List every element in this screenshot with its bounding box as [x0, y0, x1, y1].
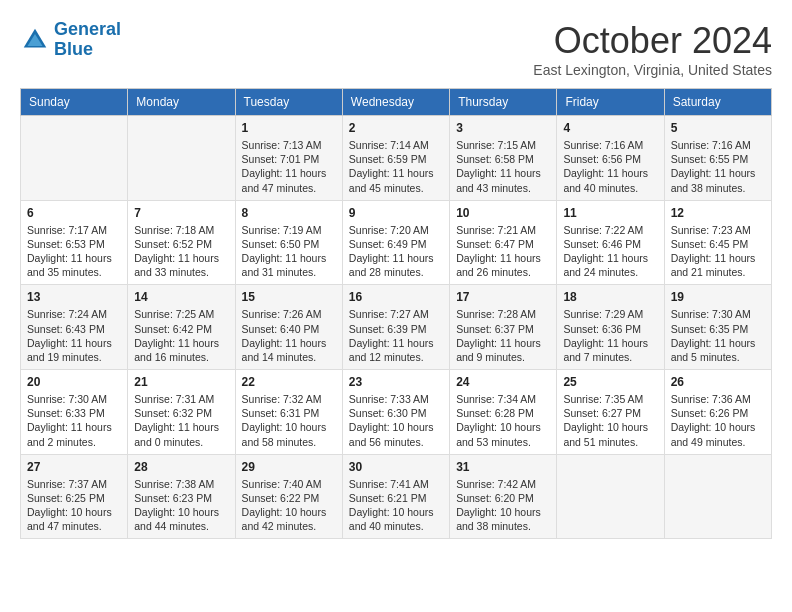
calendar-cell: 31Sunrise: 7:42 AM Sunset: 6:20 PM Dayli…: [450, 454, 557, 539]
day-number: 16: [349, 290, 443, 304]
day-number: 29: [242, 460, 336, 474]
calendar-cell: 17Sunrise: 7:28 AM Sunset: 6:37 PM Dayli…: [450, 285, 557, 370]
day-header-saturday: Saturday: [664, 89, 771, 116]
title-area: October 2024 East Lexington, Virginia, U…: [533, 20, 772, 78]
day-info: Sunrise: 7:42 AM Sunset: 6:20 PM Dayligh…: [456, 477, 550, 534]
calendar-cell: 19Sunrise: 7:30 AM Sunset: 6:35 PM Dayli…: [664, 285, 771, 370]
day-info: Sunrise: 7:31 AM Sunset: 6:32 PM Dayligh…: [134, 392, 228, 449]
day-number: 25: [563, 375, 657, 389]
calendar-cell: [664, 454, 771, 539]
calendar-cell: 25Sunrise: 7:35 AM Sunset: 6:27 PM Dayli…: [557, 370, 664, 455]
day-info: Sunrise: 7:37 AM Sunset: 6:25 PM Dayligh…: [27, 477, 121, 534]
calendar-cell: 23Sunrise: 7:33 AM Sunset: 6:30 PM Dayli…: [342, 370, 449, 455]
day-info: Sunrise: 7:30 AM Sunset: 6:35 PM Dayligh…: [671, 307, 765, 364]
calendar-cell: 6Sunrise: 7:17 AM Sunset: 6:53 PM Daylig…: [21, 200, 128, 285]
calendar-cell: [21, 116, 128, 201]
calendar-cell: 5Sunrise: 7:16 AM Sunset: 6:55 PM Daylig…: [664, 116, 771, 201]
calendar-cell: 10Sunrise: 7:21 AM Sunset: 6:47 PM Dayli…: [450, 200, 557, 285]
calendar-cell: 26Sunrise: 7:36 AM Sunset: 6:26 PM Dayli…: [664, 370, 771, 455]
day-info: Sunrise: 7:19 AM Sunset: 6:50 PM Dayligh…: [242, 223, 336, 280]
day-number: 27: [27, 460, 121, 474]
day-number: 17: [456, 290, 550, 304]
day-number: 15: [242, 290, 336, 304]
calendar-cell: 15Sunrise: 7:26 AM Sunset: 6:40 PM Dayli…: [235, 285, 342, 370]
calendar-cell: [128, 116, 235, 201]
calendar-cell: 3Sunrise: 7:15 AM Sunset: 6:58 PM Daylig…: [450, 116, 557, 201]
calendar-cell: 28Sunrise: 7:38 AM Sunset: 6:23 PM Dayli…: [128, 454, 235, 539]
day-info: Sunrise: 7:41 AM Sunset: 6:21 PM Dayligh…: [349, 477, 443, 534]
logo-text: General Blue: [54, 20, 121, 60]
calendar-cell: 16Sunrise: 7:27 AM Sunset: 6:39 PM Dayli…: [342, 285, 449, 370]
calendar-cell: 7Sunrise: 7:18 AM Sunset: 6:52 PM Daylig…: [128, 200, 235, 285]
day-number: 22: [242, 375, 336, 389]
day-info: Sunrise: 7:21 AM Sunset: 6:47 PM Dayligh…: [456, 223, 550, 280]
day-number: 14: [134, 290, 228, 304]
day-number: 6: [27, 206, 121, 220]
day-number: 23: [349, 375, 443, 389]
day-number: 28: [134, 460, 228, 474]
day-number: 3: [456, 121, 550, 135]
calendar-cell: 24Sunrise: 7:34 AM Sunset: 6:28 PM Dayli…: [450, 370, 557, 455]
day-number: 24: [456, 375, 550, 389]
day-number: 4: [563, 121, 657, 135]
calendar-cell: 21Sunrise: 7:31 AM Sunset: 6:32 PM Dayli…: [128, 370, 235, 455]
calendar-cell: 9Sunrise: 7:20 AM Sunset: 6:49 PM Daylig…: [342, 200, 449, 285]
calendar-cell: [557, 454, 664, 539]
week-row-2: 6Sunrise: 7:17 AM Sunset: 6:53 PM Daylig…: [21, 200, 772, 285]
day-info: Sunrise: 7:14 AM Sunset: 6:59 PM Dayligh…: [349, 138, 443, 195]
day-header-tuesday: Tuesday: [235, 89, 342, 116]
day-info: Sunrise: 7:20 AM Sunset: 6:49 PM Dayligh…: [349, 223, 443, 280]
calendar-cell: 1Sunrise: 7:13 AM Sunset: 7:01 PM Daylig…: [235, 116, 342, 201]
day-number: 26: [671, 375, 765, 389]
calendar-table: SundayMondayTuesdayWednesdayThursdayFrid…: [20, 88, 772, 539]
days-header-row: SundayMondayTuesdayWednesdayThursdayFrid…: [21, 89, 772, 116]
day-number: 30: [349, 460, 443, 474]
calendar-cell: 4Sunrise: 7:16 AM Sunset: 6:56 PM Daylig…: [557, 116, 664, 201]
calendar-cell: 20Sunrise: 7:30 AM Sunset: 6:33 PM Dayli…: [21, 370, 128, 455]
calendar-cell: 12Sunrise: 7:23 AM Sunset: 6:45 PM Dayli…: [664, 200, 771, 285]
page-header: General Blue October 2024 East Lexington…: [20, 20, 772, 78]
day-info: Sunrise: 7:15 AM Sunset: 6:58 PM Dayligh…: [456, 138, 550, 195]
day-number: 11: [563, 206, 657, 220]
day-number: 9: [349, 206, 443, 220]
location: East Lexington, Virginia, United States: [533, 62, 772, 78]
day-number: 5: [671, 121, 765, 135]
day-header-friday: Friday: [557, 89, 664, 116]
day-number: 2: [349, 121, 443, 135]
day-number: 10: [456, 206, 550, 220]
day-number: 31: [456, 460, 550, 474]
day-info: Sunrise: 7:30 AM Sunset: 6:33 PM Dayligh…: [27, 392, 121, 449]
day-info: Sunrise: 7:29 AM Sunset: 6:36 PM Dayligh…: [563, 307, 657, 364]
calendar-cell: 27Sunrise: 7:37 AM Sunset: 6:25 PM Dayli…: [21, 454, 128, 539]
day-info: Sunrise: 7:33 AM Sunset: 6:30 PM Dayligh…: [349, 392, 443, 449]
day-info: Sunrise: 7:35 AM Sunset: 6:27 PM Dayligh…: [563, 392, 657, 449]
day-info: Sunrise: 7:40 AM Sunset: 6:22 PM Dayligh…: [242, 477, 336, 534]
calendar-cell: 13Sunrise: 7:24 AM Sunset: 6:43 PM Dayli…: [21, 285, 128, 370]
day-number: 20: [27, 375, 121, 389]
calendar-cell: 11Sunrise: 7:22 AM Sunset: 6:46 PM Dayli…: [557, 200, 664, 285]
day-info: Sunrise: 7:16 AM Sunset: 6:56 PM Dayligh…: [563, 138, 657, 195]
calendar-cell: 2Sunrise: 7:14 AM Sunset: 6:59 PM Daylig…: [342, 116, 449, 201]
day-info: Sunrise: 7:18 AM Sunset: 6:52 PM Dayligh…: [134, 223, 228, 280]
calendar-cell: 18Sunrise: 7:29 AM Sunset: 6:36 PM Dayli…: [557, 285, 664, 370]
calendar-cell: 8Sunrise: 7:19 AM Sunset: 6:50 PM Daylig…: [235, 200, 342, 285]
day-header-monday: Monday: [128, 89, 235, 116]
calendar-cell: 22Sunrise: 7:32 AM Sunset: 6:31 PM Dayli…: [235, 370, 342, 455]
day-info: Sunrise: 7:28 AM Sunset: 6:37 PM Dayligh…: [456, 307, 550, 364]
day-number: 8: [242, 206, 336, 220]
calendar-cell: 30Sunrise: 7:41 AM Sunset: 6:21 PM Dayli…: [342, 454, 449, 539]
calendar-cell: 29Sunrise: 7:40 AM Sunset: 6:22 PM Dayli…: [235, 454, 342, 539]
day-info: Sunrise: 7:24 AM Sunset: 6:43 PM Dayligh…: [27, 307, 121, 364]
day-info: Sunrise: 7:22 AM Sunset: 6:46 PM Dayligh…: [563, 223, 657, 280]
day-info: Sunrise: 7:13 AM Sunset: 7:01 PM Dayligh…: [242, 138, 336, 195]
day-info: Sunrise: 7:23 AM Sunset: 6:45 PM Dayligh…: [671, 223, 765, 280]
logo: General Blue: [20, 20, 121, 60]
logo-icon: [20, 25, 50, 55]
day-header-sunday: Sunday: [21, 89, 128, 116]
day-number: 21: [134, 375, 228, 389]
day-info: Sunrise: 7:17 AM Sunset: 6:53 PM Dayligh…: [27, 223, 121, 280]
week-row-4: 20Sunrise: 7:30 AM Sunset: 6:33 PM Dayli…: [21, 370, 772, 455]
day-info: Sunrise: 7:25 AM Sunset: 6:42 PM Dayligh…: [134, 307, 228, 364]
week-row-5: 27Sunrise: 7:37 AM Sunset: 6:25 PM Dayli…: [21, 454, 772, 539]
day-header-thursday: Thursday: [450, 89, 557, 116]
